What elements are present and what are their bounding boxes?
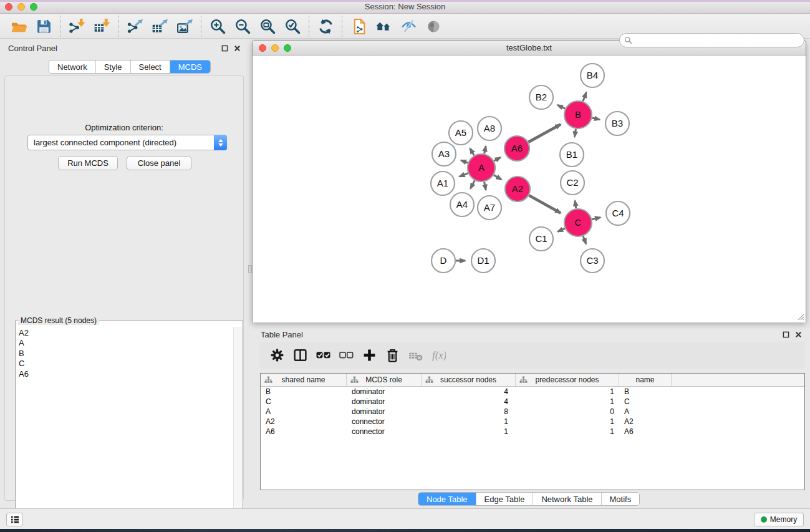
task-history-button[interactable] [6,513,23,526]
table-row[interactable]: Cdominator41C [261,397,804,407]
table-cell[interactable]: 0 [516,407,619,416]
graph-node-B1[interactable]: B1 [560,143,584,167]
table-cell[interactable]: 1 [422,417,516,426]
table-cell[interactable]: 1 [516,427,619,436]
graph-edge-A-A1[interactable] [460,173,468,177]
export-network-button[interactable] [122,15,147,37]
float-panel-button[interactable] [221,44,229,52]
table-cell[interactable]: A [619,407,672,416]
graph-node-C4[interactable]: C4 [606,201,630,225]
search-input[interactable] [632,34,804,46]
table-cell[interactable]: connector [347,427,422,436]
table-row[interactable]: Bdominator41B [261,387,804,397]
graph-node-C1[interactable]: C1 [529,227,553,251]
graph-edge-B-B1[interactable] [574,129,576,137]
table-cell[interactable]: A6 [619,427,672,436]
criterion-dropdown[interactable]: largest connected component (directed) [27,135,227,150]
tab-node-table[interactable]: Node Table [418,493,476,505]
graph-node-A5[interactable]: A5 [449,121,473,145]
graph-node-A4[interactable]: A4 [450,193,474,216]
graph-node-D[interactable]: D [432,249,455,273]
network-document-button[interactable] [346,15,371,37]
save-session-button[interactable] [31,15,56,37]
tab-select[interactable]: Select [131,60,170,73]
table-cell[interactable]: B [619,387,672,396]
table-close-panel-button[interactable] [794,331,803,339]
table-cell[interactable]: 1 [422,427,516,436]
mcds-result-list[interactable]: A2ABCA6 [16,327,233,531]
table-cell[interactable]: 8 [422,407,516,416]
close-panel-button[interactable] [233,44,241,52]
tab-edge-table[interactable]: Edge Table [476,493,534,505]
table-cell[interactable]: 1 [516,387,619,396]
graph-node-A[interactable]: A [468,154,495,181]
tab-motifs[interactable]: Motifs [602,493,640,505]
table-cell[interactable]: 1 [516,417,619,426]
select-all-button[interactable] [312,344,335,367]
column-header-MCDS-role[interactable]: MCDS role [347,374,422,386]
show-graphics-details-button[interactable] [421,15,446,37]
add-column-button[interactable] [358,344,381,367]
graph-edge-A-A7[interactable] [485,182,486,190]
graph-edge-C-C1[interactable] [558,228,565,231]
search-box[interactable] [619,33,804,47]
result-item-B[interactable]: B [16,349,233,359]
column-header-predecessor-nodes[interactable]: predecessor nodes [516,374,619,386]
result-list-scrollbar[interactable] [233,327,242,531]
graph-edge-A-A4[interactable] [470,180,475,188]
graph-node-C[interactable]: C [564,209,592,236]
run-mcds-button[interactable]: Run MCDS [58,156,118,170]
table-cell[interactable]: 4 [422,387,516,396]
table-cell[interactable]: dominator [347,407,422,416]
table-row[interactable]: A2connector11A2 [261,417,804,427]
export-table-button[interactable] [147,15,172,37]
graph-edge-A6-B[interactable] [528,124,561,142]
graph-node-A8[interactable]: A8 [478,117,501,140]
zoom-in-button[interactable] [205,15,230,37]
table-cell[interactable]: 4 [422,397,516,406]
table-cell[interactable]: dominator [347,397,422,406]
deselect-all-button[interactable] [335,344,358,367]
table-cell[interactable]: connector [347,417,422,426]
table-cell[interactable]: B [261,387,347,396]
zoom-fit-button[interactable] [255,15,280,37]
export-image-button[interactable] [172,15,197,37]
column-header-name[interactable]: name [619,374,672,386]
table-cell[interactable]: A2 [619,417,672,426]
open-session-button[interactable] [6,15,31,37]
table-row[interactable]: Adominator80A [261,407,804,417]
network-canvas[interactable]: B4B2BB3A5A8A6B1A3AA1A2C2A4A7CC4C1C3DD1 [253,56,806,322]
table-cell[interactable]: A2 [261,417,347,426]
graph-edge-A-A8[interactable] [485,146,486,153]
import-network-button[interactable] [64,15,89,37]
window-resize-grip[interactable] [797,313,804,321]
graph-node-B[interactable]: B [564,101,592,128]
graph-node-A7[interactable]: A7 [478,196,501,220]
show-all-networks-button[interactable] [371,15,396,37]
graph-edge-C-C2[interactable] [575,201,576,209]
graph-edge-C-C4[interactable] [592,218,600,220]
tab-network-table[interactable]: Network Table [533,493,601,505]
graph-node-A2[interactable]: A2 [505,177,530,201]
column-header-successor-nodes[interactable]: successor nodes [422,374,516,386]
close-panel-action-button[interactable]: Close panel [127,156,191,170]
graph-edge-A2-C[interactable] [529,195,561,213]
graph-node-B3[interactable]: B3 [605,112,629,135]
table-cell[interactable]: C [619,397,672,406]
table-cell[interactable]: 1 [516,397,619,406]
graph-edge-A-A3[interactable] [461,160,468,163]
table-float-panel-button[interactable] [782,331,790,339]
result-item-C[interactable]: C [16,359,233,369]
table-cell[interactable]: A [261,407,347,416]
hide-graphics-details-button[interactable] [396,15,421,37]
graph-node-D1[interactable]: D1 [471,249,495,273]
graph-edge-C-C3[interactable] [583,236,586,244]
graph-node-C2[interactable]: C2 [561,171,584,195]
graph-edge-B-B3[interactable] [592,118,599,120]
import-table-button[interactable] [89,15,114,37]
graph-node-B4[interactable]: B4 [581,64,604,87]
tab-style[interactable]: Style [96,60,131,73]
graph-edge-B-B4[interactable] [583,92,586,101]
tab-network[interactable]: Network [49,60,96,73]
graph-node-B2[interactable]: B2 [529,85,553,109]
